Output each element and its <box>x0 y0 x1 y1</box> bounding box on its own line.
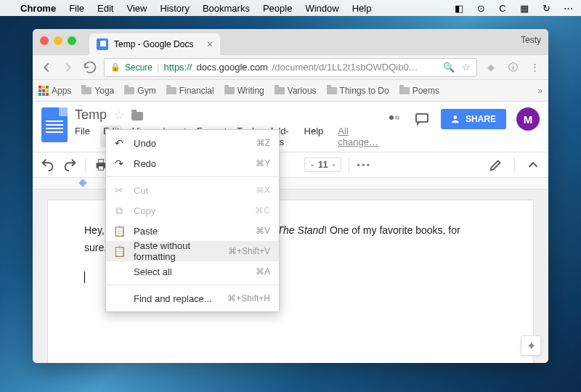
folder-icon <box>81 87 92 94</box>
font-size-value[interactable]: 11 <box>318 160 328 170</box>
lock-icon: 🔒 <box>110 62 121 72</box>
activity-icon[interactable] <box>386 110 403 128</box>
docs-menu-file[interactable]: File <box>75 126 90 147</box>
svg-point-1 <box>395 115 399 120</box>
info-icon[interactable]: ⓘ <box>505 60 521 75</box>
mac-menu-view[interactable]: View <box>126 3 147 14</box>
secure-label: Secure <box>125 62 153 73</box>
collapse-toolbar-button[interactable] <box>525 157 541 173</box>
document-title[interactable]: Temp <box>75 107 107 123</box>
status-icon-3[interactable]: C <box>497 2 508 14</box>
mac-menu-window[interactable]: Window <box>305 3 338 14</box>
clipboard-plain-icon: 📋 <box>113 245 125 257</box>
bookmark-yoga[interactable]: Yoga <box>81 86 114 96</box>
forward-button[interactable] <box>60 60 76 75</box>
search-icon[interactable]: 🔍 <box>443 62 455 73</box>
editing-mode-button[interactable] <box>488 157 504 173</box>
svg-point-3 <box>453 115 457 119</box>
status-icon-4[interactable]: ▦ <box>519 2 530 14</box>
url-scheme: https:// <box>163 62 192 73</box>
bookmark-writing[interactable]: Writing <box>224 86 264 96</box>
status-icon-5[interactable]: ↻ <box>540 2 552 14</box>
maximize-window-button[interactable] <box>68 36 76 45</box>
font-size-control[interactable]: - 11 - <box>304 158 341 172</box>
apps-shortcut[interactable]: Apps <box>38 86 71 96</box>
undo-button[interactable] <box>40 157 56 173</box>
docs-menu-help[interactable]: Help <box>304 126 324 147</box>
docs-favicon-icon <box>97 38 108 50</box>
svg-rect-5 <box>98 160 103 163</box>
minimize-window-button[interactable] <box>54 36 62 45</box>
mac-menu-bookmarks[interactable]: Bookmarks <box>203 3 250 14</box>
comments-icon[interactable] <box>413 110 431 128</box>
scissors-icon: ✂ <box>113 184 125 196</box>
bookmarks-overflow-button[interactable]: » <box>537 86 543 96</box>
bookmarks-bar: Apps Yoga Gym Financial Writing Various … <box>33 80 548 102</box>
star-document-button[interactable]: ☆ <box>114 108 124 122</box>
redo-button[interactable] <box>62 157 78 173</box>
folder-icon <box>399 87 410 94</box>
text-cursor <box>84 271 85 283</box>
menu-copy: ⧉ Copy ⌘C <box>106 200 279 221</box>
account-avatar[interactable]: M <box>516 107 540 131</box>
toolbar-nav: 🔒 Secure | https://docs.google.com/docum… <box>33 55 548 80</box>
mac-app-name[interactable]: Chrome <box>20 3 56 14</box>
edit-dropdown-menu: ↶ Undo ⌘Z ↷ Redo ⌘Y ✂ Cut ⌘X ⧉ Copy ⌘C 📋… <box>105 129 280 312</box>
menu-redo[interactable]: ↷ Redo ⌘Y <box>106 153 279 173</box>
close-window-button[interactable] <box>40 36 49 45</box>
share-button[interactable]: SHARE <box>441 109 506 129</box>
bookmark-poems[interactable]: Poems <box>399 86 439 96</box>
redo-icon: ↷ <box>113 158 125 169</box>
tab-close-button[interactable]: × <box>207 38 213 50</box>
menu-paste[interactable]: 📋 Paste ⌘V <box>106 221 279 241</box>
folder-icon <box>327 87 337 94</box>
folder-icon <box>275 87 285 94</box>
apps-grid-icon <box>38 86 49 96</box>
address-bar[interactable]: 🔒 Secure | https://docs.google.com/docum… <box>104 58 477 77</box>
menu-find-replace[interactable]: Find and replace... ⌘+Shift+H <box>106 288 279 309</box>
star-icon[interactable]: ☆ <box>462 62 471 73</box>
chrome-menu-button[interactable]: ⋮ <box>527 60 543 75</box>
status-icon-6[interactable]: ⋯ <box>562 2 574 14</box>
folder-icon <box>224 87 235 94</box>
explore-button[interactable]: ✦ <box>521 335 541 356</box>
menu-paste-without-formatting[interactable]: 📋 Paste without formatting ⌘+Shift+V <box>106 241 279 261</box>
mac-menu-history[interactable]: History <box>160 3 189 14</box>
status-icon-2[interactable]: ⊙ <box>475 2 487 14</box>
bookmark-things-to-do[interactable]: Things to Do <box>327 86 389 96</box>
mac-status-icons: ◧ ⊙ C ▦ ↻ ⋯ <box>453 2 574 14</box>
mac-menubar: Chrome File Edit View History Bookmarks … <box>0 0 581 16</box>
move-to-folder-button[interactable] <box>131 112 143 121</box>
reload-button[interactable] <box>82 60 98 75</box>
person-add-icon <box>451 114 461 124</box>
google-docs-logo-icon[interactable] <box>41 107 68 142</box>
font-size-increase[interactable]: - <box>332 160 335 170</box>
svg-point-0 <box>389 115 394 120</box>
menu-undo[interactable]: ↶ Undo ⌘Z <box>106 133 279 153</box>
window-controls <box>40 36 76 45</box>
mac-menu-edit[interactable]: Edit <box>97 3 113 14</box>
menu-select-all[interactable]: Select all ⌘A <box>106 261 279 282</box>
bookmark-gym[interactable]: Gym <box>124 86 155 96</box>
folder-icon <box>124 87 134 94</box>
bookmark-various[interactable]: Various <box>275 86 317 96</box>
url-host: docs.google.com <box>196 62 267 73</box>
bookmark-financial[interactable]: Financial <box>166 86 214 96</box>
clipboard-icon: 📋 <box>113 225 125 237</box>
mac-menu-help[interactable]: Help <box>352 3 372 14</box>
svg-rect-2 <box>416 114 428 122</box>
changes-saved-link[interactable]: All change… <box>338 126 378 147</box>
mac-menu-file[interactable]: File <box>69 3 84 14</box>
chrome-profile-name[interactable]: Testy <box>521 35 541 45</box>
menu-separator <box>106 285 279 285</box>
undo-icon: ↶ <box>113 137 125 149</box>
status-icon-1[interactable]: ◧ <box>453 2 465 14</box>
drive-icon[interactable]: ◆ <box>483 60 499 75</box>
mac-menu-people[interactable]: People <box>263 3 292 14</box>
url-path: /document/d/1LL2t1sbOWDQib0… <box>272 62 418 73</box>
menu-separator <box>106 176 279 177</box>
font-size-decrease[interactable]: - <box>311 160 314 170</box>
browser-tab[interactable]: Temp - Google Docs × <box>89 33 220 55</box>
toolbar-more[interactable]: ••• <box>357 160 371 171</box>
back-button[interactable] <box>38 60 54 75</box>
